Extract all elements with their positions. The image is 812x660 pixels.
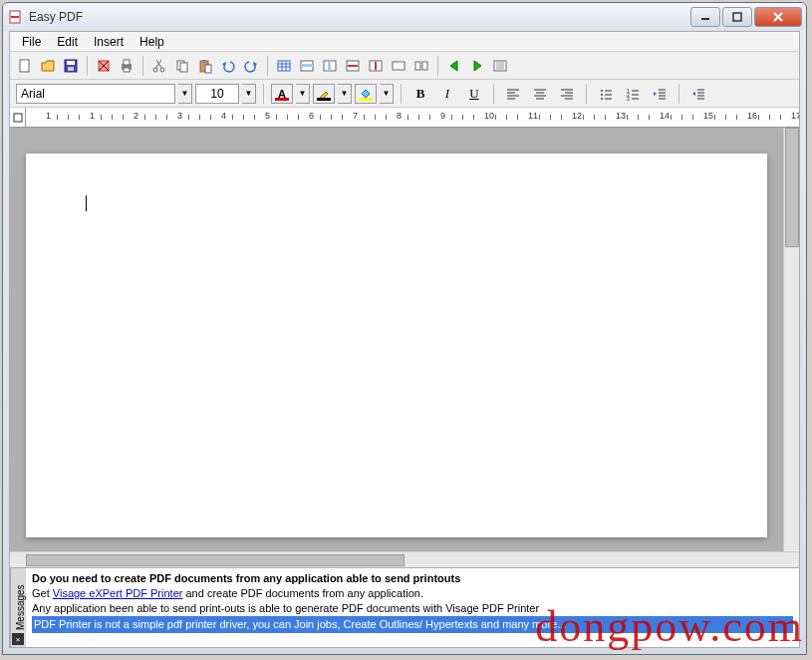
bg-color-button[interactable]: [355, 84, 377, 104]
svg-rect-89: [14, 114, 22, 122]
ruler-number: 5: [265, 111, 270, 121]
document-page[interactable]: [26, 154, 767, 537]
svg-marker-46: [450, 61, 457, 71]
font-color-button[interactable]: A: [271, 84, 293, 104]
toolbar-main: [10, 52, 799, 80]
svg-rect-17: [124, 68, 130, 72]
svg-rect-16: [124, 60, 130, 65]
horizontal-scrollbar[interactable]: [10, 551, 799, 567]
menu-help[interactable]: Help: [132, 33, 172, 51]
menu-file[interactable]: File: [14, 33, 49, 51]
prev-page-button[interactable]: [443, 55, 465, 77]
svg-rect-44: [415, 62, 420, 70]
menu-insert[interactable]: Insert: [86, 33, 132, 51]
highlight-dropdown-icon[interactable]: ▼: [338, 84, 352, 104]
ruler-number: 1: [46, 111, 51, 121]
messages-close-icon[interactable]: ×: [12, 633, 24, 645]
svg-rect-3: [733, 13, 741, 21]
save-button[interactable]: [60, 55, 82, 77]
svg-rect-45: [422, 62, 427, 70]
svg-marker-54: [362, 90, 370, 98]
cut-button[interactable]: [148, 55, 170, 77]
align-center-button[interactable]: [528, 83, 552, 105]
app-icon: [7, 9, 23, 25]
message-line: Any application been able to send print-…: [32, 601, 793, 616]
ruler-number: 16: [747, 111, 757, 121]
vertical-scrollbar[interactable]: [783, 128, 799, 551]
merge-cells-button[interactable]: [388, 55, 409, 77]
ruler[interactable]: 11234567891011121314151617: [10, 108, 799, 128]
svg-text:3: 3: [627, 96, 630, 101]
font-size-select[interactable]: [195, 84, 239, 104]
ruler-number: 2: [134, 111, 138, 121]
align-right-button[interactable]: [555, 83, 579, 105]
hscroll-thumb[interactable]: [26, 554, 405, 566]
copy-button[interactable]: [171, 55, 193, 77]
pdf-printer-link[interactable]: Visage eXPert PDF Printer: [53, 587, 183, 599]
minimize-button[interactable]: [690, 7, 720, 27]
new-button[interactable]: [14, 55, 36, 77]
messages-panel: × Messages Do you need to create PDF doc…: [10, 567, 799, 647]
svg-rect-11: [68, 67, 74, 71]
ruler-number: 17: [791, 111, 799, 121]
insert-table-button[interactable]: [273, 55, 295, 77]
undo-button[interactable]: [217, 55, 239, 77]
ruler-number: 4: [221, 111, 226, 121]
ruler-number: 1: [90, 111, 95, 121]
separator: [493, 84, 494, 104]
bullet-list-button[interactable]: [594, 83, 618, 105]
redo-button[interactable]: [240, 55, 262, 77]
svg-rect-37: [328, 61, 331, 71]
svg-marker-47: [474, 61, 481, 71]
font-select[interactable]: [16, 84, 175, 104]
view-button[interactable]: [489, 55, 511, 77]
maximize-button[interactable]: [722, 7, 752, 27]
print-button[interactable]: [116, 55, 137, 77]
ruler-number: 3: [177, 111, 182, 121]
ruler-number: 10: [484, 111, 494, 121]
messages-tab[interactable]: × Messages: [10, 568, 26, 647]
font-dropdown-icon[interactable]: ▼: [178, 84, 192, 104]
menubar: File Edit Insert Help: [10, 32, 799, 52]
separator: [142, 56, 143, 76]
delete-row-button[interactable]: [342, 55, 364, 77]
message-line-selected[interactable]: PDF Printer is not a simple pdf printer …: [32, 616, 793, 633]
ruler-number: 14: [660, 111, 670, 121]
svg-marker-8: [42, 61, 54, 71]
outdent-button[interactable]: [648, 83, 672, 105]
font-color-dropdown-icon[interactable]: ▼: [296, 84, 310, 104]
menu-edit[interactable]: Edit: [49, 33, 86, 51]
separator: [263, 84, 264, 104]
paste-button[interactable]: [194, 55, 216, 77]
separator: [678, 84, 679, 104]
insert-row-button[interactable]: [296, 55, 318, 77]
clear-format-button[interactable]: [93, 55, 115, 77]
svg-rect-29: [278, 61, 290, 71]
insert-col-button[interactable]: [319, 55, 341, 77]
page-container: [10, 128, 783, 551]
underline-button[interactable]: U: [462, 83, 486, 105]
highlight-button[interactable]: [313, 84, 335, 104]
number-list-button[interactable]: 123: [621, 83, 645, 105]
ruler-number: 11: [528, 111, 538, 121]
align-left-button[interactable]: [501, 83, 525, 105]
italic-button[interactable]: I: [435, 83, 459, 105]
svg-rect-25: [202, 60, 206, 63]
size-dropdown-icon[interactable]: ▼: [242, 84, 256, 104]
messages-tab-label: Messages: [15, 585, 26, 631]
window-controls: [690, 7, 802, 27]
delete-col-button[interactable]: [365, 55, 387, 77]
svg-point-20: [153, 68, 157, 72]
split-cells-button[interactable]: [410, 55, 432, 77]
bold-button[interactable]: B: [408, 83, 432, 105]
client-area: File Edit Insert Help: [9, 31, 800, 648]
bg-color-dropdown-icon[interactable]: ▼: [380, 84, 394, 104]
ruler-track[interactable]: 11234567891011121314151617: [26, 108, 799, 127]
open-button[interactable]: [37, 55, 59, 77]
toolbar-format: ▼ ▼ A ▼ ▼ ▼ B I U 123: [10, 80, 799, 108]
vscroll-thumb[interactable]: [785, 128, 799, 247]
close-button[interactable]: [754, 7, 802, 27]
svg-rect-35: [301, 64, 313, 67]
next-page-button[interactable]: [466, 55, 488, 77]
indent-button[interactable]: [686, 83, 710, 105]
